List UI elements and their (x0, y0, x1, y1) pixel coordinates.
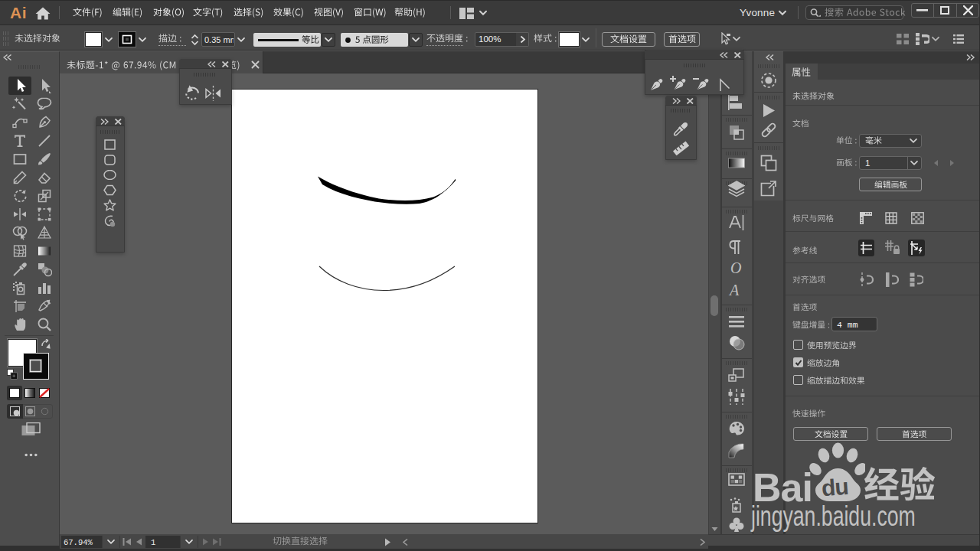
svg-text:A: A (728, 282, 740, 298)
svg-text:O: O (730, 260, 741, 276)
